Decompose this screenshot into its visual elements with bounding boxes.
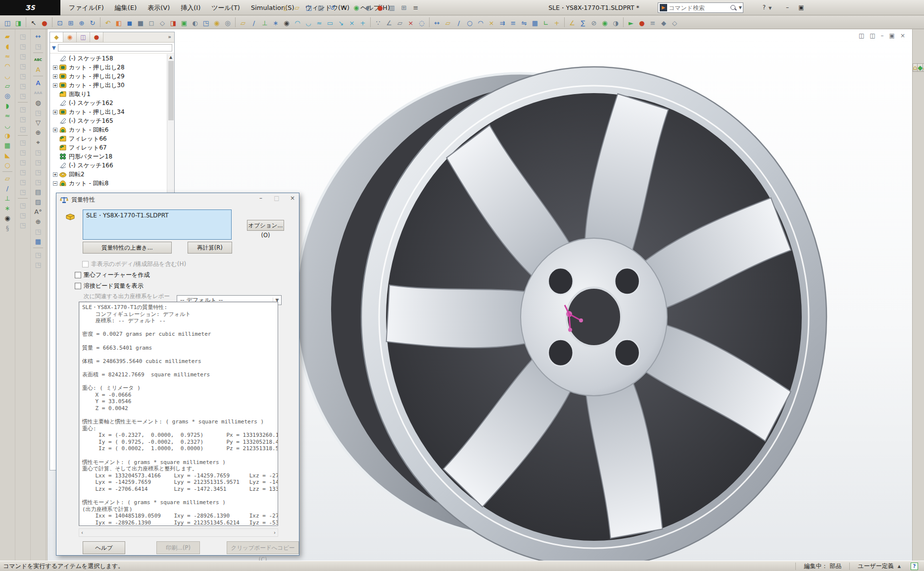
status-help-icon[interactable]: ? — [911, 563, 918, 570]
hole-wizard-icon[interactable]: ◎ — [1, 91, 13, 101]
tree-item[interactable]: +カット - 押し出し29 — [53, 72, 166, 81]
filter-edges-icon[interactable]: ∠ — [384, 17, 394, 28]
ambient-occlusion-icon[interactable]: ◎ — [222, 17, 233, 28]
edit-appearance-icon[interactable]: ◨ — [168, 17, 179, 28]
new-document-icon[interactable]: ▯ — [280, 2, 291, 12]
displaymanager-tab[interactable]: ● — [90, 32, 103, 42]
checkbox[interactable] — [75, 283, 81, 289]
knit-surface-icon[interactable]: ≈ — [314, 17, 325, 28]
rebuild-icon[interactable]: ◉ — [351, 2, 362, 12]
smart-dimension-2-icon[interactable]: ↔ — [32, 31, 44, 41]
print-document-icon[interactable]: ▤ — [315, 2, 326, 12]
options-button[interactable]: オプション...(O) — [247, 220, 284, 231]
trim-surface-icon[interactable]: × — [346, 17, 357, 28]
circle-tool-icon[interactable]: ○ — [464, 17, 475, 28]
draft-feature-icon[interactable]: ◣ — [1, 150, 13, 160]
center-of-mass-2-icon[interactable]: ◉ — [1, 213, 13, 223]
scroll-right-icon[interactable]: › — [272, 530, 278, 535]
datum-icon[interactable]: ▽ — [32, 117, 44, 127]
reference-plane-2-icon[interactable]: ▱ — [1, 173, 13, 183]
featuremanager-tab[interactable]: ◆ — [50, 32, 63, 42]
revolved-boss-icon[interactable]: ◖ — [1, 41, 13, 51]
scroll-left-icon[interactable]: ‹ — [79, 530, 85, 535]
tree-expand-toggle[interactable]: + — [53, 65, 57, 70]
menu-1[interactable]: ファイル(F) — [63, 0, 109, 15]
area-hatch-icon[interactable]: ▨ — [32, 197, 44, 207]
file-properties-icon[interactable]: ▥ — [387, 2, 397, 12]
tree-item[interactable]: (-) スケッチ162 — [53, 99, 166, 107]
custom-1-icon[interactable]: ◆ — [658, 17, 669, 28]
view-orientation-icon[interactable]: ◳ — [200, 17, 211, 28]
datum-target-icon[interactable]: ⊕ — [32, 127, 44, 137]
tree-expand-toggle[interactable]: + — [53, 128, 57, 132]
display-shaded-edges-icon[interactable]: ◼ — [124, 17, 135, 28]
block-icon[interactable]: ▤ — [32, 187, 44, 197]
undo-icon[interactable]: ↺ — [327, 2, 338, 12]
reference-axis-icon[interactable]: / — [248, 17, 259, 28]
convert-entities-icon[interactable]: ⇉ — [497, 17, 508, 28]
repair-sketch-icon[interactable]: + — [551, 17, 562, 28]
sketch-pattern-icon[interactable]: ▦ — [530, 17, 540, 28]
help-menu-button[interactable]: ? ▼ — [762, 2, 773, 12]
filled-surface-icon[interactable]: ◡ — [303, 17, 314, 28]
measure-icon[interactable]: ∠ — [567, 17, 578, 28]
options-icon[interactable]: ⊞ — [398, 2, 409, 12]
pack-and-go-icon[interactable]: ◨ — [13, 17, 24, 28]
apply-scene-icon[interactable]: ▣ — [179, 17, 190, 28]
search-dropdown-icon[interactable]: ▼ — [739, 5, 742, 10]
dialog-minimize-icon[interactable]: – — [256, 195, 265, 202]
attach-icon[interactable]: § — [1, 223, 13, 233]
selection-icon[interactable]: ↖ — [339, 2, 350, 12]
lofted-cut-icon[interactable]: ◡ — [1, 120, 13, 130]
zoom-in-out-icon[interactable]: ⊕ — [76, 17, 87, 28]
tree-item[interactable]: (-) スケッチ158 — [53, 54, 166, 63]
sw-resources-tab-icon[interactable]: ◆ — [917, 63, 923, 72]
display-wireframe-icon[interactable]: ◇ — [157, 17, 168, 28]
line-tool-icon[interactable]: / — [453, 17, 464, 28]
view-settings-icon[interactable]: ◐ — [363, 2, 374, 12]
tree-item[interactable]: フィレット66 — [53, 134, 166, 143]
help-button[interactable]: ヘルプ — [83, 541, 125, 554]
propertymanager-tab[interactable]: ◉ — [63, 32, 77, 42]
screen-layout-icon[interactable]: ◫ — [2, 17, 13, 28]
offset-entities-icon[interactable]: ≡ — [508, 17, 519, 28]
custom-2-icon[interactable]: ◇ — [669, 17, 680, 28]
doc-restore-icon[interactable]: ▣ — [889, 32, 895, 39]
doc-cascade-icon[interactable]: ◫ — [859, 32, 864, 39]
geometric-tolerance-icon[interactable]: ⌖ — [32, 137, 44, 147]
balloon-1-icon[interactable]: ◍ — [32, 98, 44, 107]
filter-vertices-icon[interactable]: ∵ — [373, 17, 384, 28]
mass-properties-icon[interactable]: ∑ — [578, 17, 588, 28]
mass-properties-results[interactable]: SLE・YS8X-1770-T1の質量特性: コンフィギュレーション: デフォル… — [79, 302, 278, 526]
lofted-boss-icon[interactable]: ◠ — [1, 61, 13, 71]
tree-tabs-overflow-button[interactable]: » — [165, 32, 174, 42]
save-document-icon[interactable]: ◫ — [303, 2, 314, 12]
display-shaded-icon[interactable]: ■ — [135, 17, 146, 28]
scroll-up-icon[interactable]: ▲ — [167, 54, 174, 60]
reference-point-2-icon[interactable]: ∗ — [1, 203, 13, 213]
home-tab-icon[interactable]: ⌂ — [913, 63, 917, 72]
open-document-icon[interactable]: ▱ — [292, 2, 302, 12]
dialog-title-bar[interactable]: 質量特性 – □ × — [56, 193, 299, 206]
command-list-icon[interactable]: ≡ — [410, 2, 421, 12]
record-macro-icon[interactable]: ● — [375, 2, 386, 12]
recalculate-button[interactable]: 再計算(R) — [188, 242, 232, 254]
boundary-surface-icon[interactable]: ◠ — [292, 17, 303, 28]
untrim-surface-icon[interactable]: + — [357, 17, 368, 28]
zoom-to-area-icon[interactable]: ⊞ — [65, 17, 76, 28]
performance-icon[interactable]: ◑ — [610, 17, 621, 28]
planar-surface-icon[interactable]: ▭ — [325, 17, 336, 28]
tree-item[interactable]: +カット - 押し出し30 — [53, 81, 166, 90]
menu-3[interactable]: 表示(V) — [142, 0, 175, 15]
selection-list[interactable]: SLE・YS8X-1770-T1.SLDPRT — [83, 209, 232, 240]
mirror-entities-icon[interactable]: ⇋ — [519, 17, 530, 28]
note-text-icon[interactable]: A — [32, 78, 44, 88]
render-sphere-icon[interactable]: ● — [39, 17, 50, 28]
format-painter-icon[interactable]: A — [32, 64, 44, 74]
tree-item[interactable]: 円形パターン18 — [53, 152, 166, 161]
reference-plane-icon[interactable]: ▱ — [238, 17, 248, 28]
sketch-icon[interactable]: ▱ — [442, 17, 453, 28]
coordinate-system-2-icon[interactable]: ⊥ — [1, 193, 13, 203]
filter-faces-icon[interactable]: ▱ — [394, 17, 405, 28]
magnifier-icon[interactable]: ◌ — [416, 17, 427, 28]
